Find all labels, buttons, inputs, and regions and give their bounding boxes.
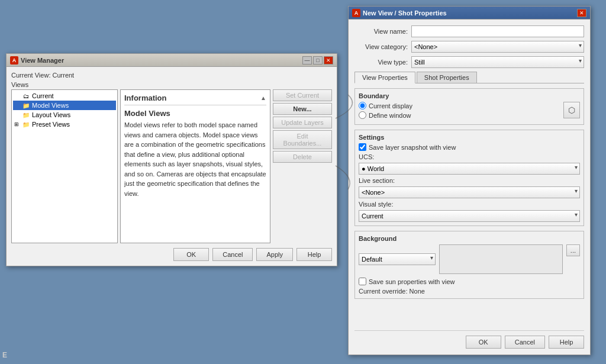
tree-expand-preset: ⊞ [14, 121, 20, 127]
define-window-button[interactable]: ⬡ [563, 102, 580, 118]
background-section: Background Default Solid Gradient ... Sa… [354, 231, 584, 299]
set-current-button[interactable]: Set Current [273, 89, 332, 101]
save-sun-properties-checkbox[interactable] [359, 278, 366, 285]
nv-cancel-button[interactable]: Cancel [505, 336, 545, 349]
view-manager-body: Current View: Current Views 🗂 Current 📁 … [7, 67, 337, 266]
tab-view-properties[interactable]: View Properties [354, 72, 415, 83]
ucs-row: UCS: [359, 153, 580, 160]
background-select[interactable]: Default Solid Gradient [359, 253, 436, 265]
tree-label-preset: Preset Views [32, 121, 70, 128]
ucs-select[interactable]: ● World Current [359, 163, 580, 175]
settings-title: Settings [359, 134, 580, 141]
vm-apply-button[interactable]: Apply [256, 248, 293, 261]
tree-item-model-views[interactable]: 📁 Model Views [13, 101, 116, 110]
info-header: Information ▲ [124, 94, 266, 105]
nv-titlebar-left: A New View / Shot Properties [352, 9, 447, 17]
new-view-title: New View / Shot Properties [363, 9, 447, 17]
visual-style-label: Visual style: [359, 201, 406, 208]
close-button[interactable]: ✕ [324, 56, 333, 65]
settings-section: Settings Save layer snapshot with view U… [354, 130, 584, 226]
ucs-select-wrap: ● World Current [359, 163, 580, 175]
define-window-label: Define window [369, 112, 411, 119]
tab-shot-properties[interactable]: Shot Properties [417, 72, 477, 83]
view-type-select[interactable]: Still Cinematic [411, 56, 584, 68]
vm-action-buttons: Set Current New... Update Layers Edit Bo… [273, 89, 332, 243]
vm-help-button[interactable]: Help [296, 248, 332, 261]
view-category-label: View category: [354, 43, 408, 50]
boundary-section: Boundary Current display Define window ⬡ [354, 88, 584, 125]
view-name-input[interactable] [411, 25, 584, 37]
tree-label-model: Model Views [32, 102, 69, 109]
tree-icon-model: 📁 [22, 101, 30, 109]
background-options-row: Default Solid Gradient ... [359, 244, 580, 274]
view-name-row: View name: [354, 25, 584, 37]
edit-boundaries-button[interactable]: Edit Boundaries... [273, 130, 332, 149]
nv-help-button[interactable]: Help [549, 336, 584, 349]
visual-style-select[interactable]: Current [359, 210, 580, 222]
view-category-row: View category: <None> [354, 41, 584, 53]
view-manager-titlebar: A View Manager — □ ✕ [7, 54, 337, 67]
nv-footer: OK Cancel Help [354, 330, 584, 349]
titlebar-controls: — □ ✕ [302, 56, 333, 65]
info-heading: Model Views [124, 109, 266, 118]
current-view-label: Current View: Current [11, 72, 332, 79]
collapse-icon[interactable]: ▲ [260, 95, 266, 101]
visual-style-row: Visual style: [359, 201, 580, 208]
new-button[interactable]: New... [273, 103, 332, 115]
live-section-select-wrap: <None> [359, 186, 580, 198]
vm-ok-button[interactable]: OK [173, 248, 209, 261]
new-view-window: A New View / Shot Properties ✕ View name… [348, 6, 591, 355]
current-display-label: Current display [369, 102, 412, 109]
new-view-body: View name: View category: <None> View ty… [349, 20, 590, 355]
view-type-row: View type: Still Cinematic [354, 56, 584, 68]
tree-item-current[interactable]: 🗂 Current [13, 91, 116, 101]
live-section-row: Live section: [359, 177, 580, 184]
save-layer-snapshot-row: Save layer snapshot with view [359, 143, 580, 151]
current-display-radio-row: Current display [359, 102, 560, 109]
background-select-wrap: Default Solid Gradient [359, 253, 436, 265]
tree-label-current: Current [32, 92, 54, 99]
tree-icon-layout: 📁 [22, 111, 30, 119]
save-sun-properties-row: Save sun properties with view [359, 278, 580, 285]
app-icon: A [10, 56, 18, 65]
info-title: Information [124, 94, 167, 102]
maximize-button[interactable]: □ [313, 56, 323, 65]
boundary-title: Boundary [359, 92, 580, 99]
nv-ok-button[interactable]: OK [466, 336, 501, 349]
tree-item-layout-views[interactable]: 📁 Layout Views [13, 110, 116, 120]
delete-button[interactable]: Delete [273, 151, 332, 163]
view-type-select-wrap: Still Cinematic [411, 56, 584, 68]
views-label: Views [11, 81, 332, 88]
define-window-radio-row: Define window [359, 111, 560, 119]
new-view-titlebar: A New View / Shot Properties ✕ [349, 7, 590, 20]
update-layers-button[interactable]: Update Layers [273, 117, 332, 128]
view-type-label: View type: [354, 59, 408, 66]
define-window-radio[interactable] [359, 111, 366, 119]
vm-cancel-button[interactable]: Cancel [212, 248, 253, 261]
ucs-label: UCS: [359, 153, 406, 160]
view-category-select-wrap: <None> [411, 41, 584, 53]
views-tree[interactable]: 🗂 Current 📁 Model Views 📁 Layout Views ⊞… [11, 89, 118, 243]
minimize-button[interactable]: — [302, 56, 312, 65]
nv-app-icon: A [352, 9, 360, 17]
titlebar-left: A View Manager [10, 56, 64, 65]
tree-item-preset-views[interactable]: ⊞ 📁 Preset Views [13, 120, 116, 129]
save-layer-snapshot-checkbox[interactable] [359, 143, 366, 151]
current-override-label: Current override: None [359, 288, 580, 295]
current-display-radio[interactable] [359, 102, 366, 109]
tree-icon-current: 🗂 [22, 92, 30, 100]
info-panel: Information ▲ Model Views Model views re… [120, 89, 270, 243]
view-name-label: View name: [354, 28, 408, 35]
view-manager-title: View Manager [21, 57, 64, 64]
nv-close-button[interactable]: ✕ [577, 9, 586, 17]
view-category-select[interactable]: <None> [411, 41, 584, 53]
boundary-radios: Current display Define window [359, 102, 560, 121]
background-ellipsis-button[interactable]: ... [566, 244, 580, 256]
view-manager-window: A View Manager — □ ✕ Current View: Curre… [6, 53, 337, 266]
info-text: Model views refer to both model space na… [124, 120, 266, 198]
background-title: Background [359, 235, 580, 242]
live-section-select[interactable]: <None> [359, 186, 580, 198]
vm-footer: OK Cancel Apply Help [11, 248, 332, 261]
background-preview [439, 244, 563, 274]
bottom-label: E [2, 351, 7, 359]
